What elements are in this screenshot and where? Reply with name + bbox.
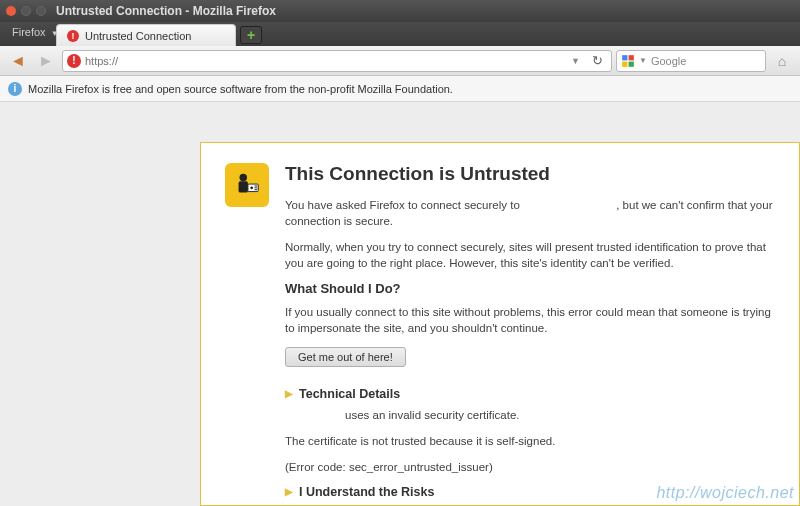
new-tab-button[interactable]: + — [240, 26, 262, 44]
error-p1-part-a: You have asked Firefox to connect secure… — [285, 199, 523, 211]
passport-officer-warning-icon — [225, 163, 269, 207]
info-bar: i Mozilla Firefox is free and open sourc… — [0, 76, 800, 102]
tech-line-1: uses an invalid security certificate. — [345, 407, 775, 423]
window-close-button[interactable] — [6, 6, 16, 16]
technical-details-label: Technical Details — [299, 387, 400, 401]
error-paragraph-3: If you usually connect to this site with… — [285, 304, 775, 336]
error-heading: This Connection is Untrusted — [285, 163, 775, 185]
google-engine-icon — [621, 54, 635, 68]
svg-rect-3 — [629, 61, 634, 66]
technical-details-expander[interactable]: ▶ Technical Details — [285, 387, 775, 401]
urlbar-dropdown-icon[interactable]: ▼ — [567, 56, 584, 66]
svg-rect-2 — [622, 61, 627, 66]
error-text-block: This Connection is Untrusted You have as… — [285, 163, 775, 505]
warning-favicon-icon: ! — [67, 30, 79, 42]
window-maximize-button[interactable] — [36, 6, 46, 16]
window-title: Untrusted Connection - Mozilla Firefox — [56, 4, 276, 18]
info-message: Mozilla Firefox is free and open source … — [28, 83, 453, 95]
watermark-text: http://wojciech.net — [656, 484, 794, 502]
url-bar[interactable]: ! https:// ▼ ↻ — [62, 50, 612, 72]
get-me-out-label: Get me out of here! — [298, 351, 393, 363]
understand-risks-label: I Understand the Risks — [299, 485, 434, 499]
get-me-out-button[interactable]: Get me out of here! — [285, 347, 406, 367]
svg-point-4 — [240, 174, 248, 182]
tech-line-2: The certificate is not trusted because i… — [285, 433, 775, 449]
firefox-menu-label: Firefox — [12, 26, 46, 38]
info-icon: i — [8, 82, 22, 96]
window-controls — [6, 6, 46, 16]
url-text: https:// — [85, 55, 563, 67]
identity-warning-icon[interactable]: ! — [67, 54, 81, 68]
svg-point-7 — [250, 186, 253, 189]
untrusted-connection-card: This Connection is Untrusted You have as… — [200, 142, 800, 506]
content-area: This Connection is Untrusted You have as… — [0, 100, 800, 506]
window-minimize-button[interactable] — [21, 6, 31, 16]
search-placeholder: Google — [651, 55, 686, 67]
svg-rect-5 — [239, 181, 248, 192]
triangle-right-icon: ▶ — [285, 486, 293, 497]
tab-untrusted-connection[interactable]: ! Untrusted Connection — [56, 24, 236, 46]
navigation-toolbar: ◄ ► ! https:// ▼ ↻ ▼ Google ⌂ — [0, 46, 800, 76]
svg-rect-1 — [629, 55, 634, 60]
error-paragraph-2: Normally, when you try to connect secure… — [285, 239, 775, 271]
home-button[interactable]: ⌂ — [770, 53, 794, 69]
chevron-down-icon[interactable]: ▼ — [639, 56, 647, 65]
what-should-i-do-heading: What Should I Do? — [285, 281, 775, 296]
svg-rect-0 — [622, 55, 627, 60]
error-paragraph-1: You have asked Firefox to connect secure… — [285, 197, 775, 229]
triangle-right-icon: ▶ — [285, 388, 293, 399]
tab-strip: ! Untrusted Connection + — [0, 22, 800, 46]
search-bar[interactable]: ▼ Google — [616, 50, 766, 72]
reload-button[interactable]: ↻ — [588, 53, 607, 68]
forward-button[interactable]: ► — [34, 50, 58, 72]
tab-label: Untrusted Connection — [85, 30, 191, 42]
tech-line-3: (Error code: sec_error_untrusted_issuer) — [285, 459, 775, 475]
back-button[interactable]: ◄ — [6, 50, 30, 72]
window-titlebar: Untrusted Connection - Mozilla Firefox — [0, 0, 800, 22]
